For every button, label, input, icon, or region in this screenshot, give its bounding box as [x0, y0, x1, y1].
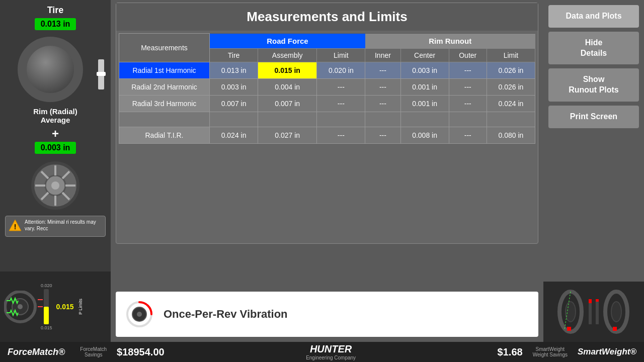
rim-runout-header: Rim Runout [365, 34, 535, 49]
outer-cell: --- [449, 127, 487, 143]
table-row[interactable]: Radial T.I.R.0.024 in0.027 in------0.008… [119, 127, 535, 143]
rim-graphic [30, 160, 80, 211]
rev-icon [126, 301, 153, 328]
inner-cell: --- [365, 62, 400, 78]
inner-col-header: Inner [365, 48, 400, 62]
hunter-brand: HUNTER [306, 343, 356, 355]
measurements-table: Measurements Road Force Rim Runout Tire … [119, 33, 535, 144]
print-screen-button[interactable]: Print Screen [548, 106, 639, 128]
warning-icon: ! [8, 219, 22, 232]
table-row[interactable]: Radial 1st Harmonic0.013 in0.015 in0.020… [119, 62, 535, 78]
tire-cell: 0.007 in [210, 95, 258, 112]
row-label: Radial 1st Harmonic [119, 62, 210, 78]
measurements-col-header: Measurements [119, 34, 210, 62]
svg-point-20 [566, 302, 576, 322]
attention-text: Attention: Minimal ri results may vary. … [25, 219, 103, 232]
hide-details-button[interactable]: HideDetails [548, 32, 639, 65]
p-limits-label: P Limits [78, 299, 83, 315]
center-cell: 0.008 in [400, 127, 449, 143]
tire-value-badge: 0.013 in [35, 18, 76, 30]
center-cell: 0.001 in [400, 95, 449, 112]
limit2-cell: 0.026 in [487, 78, 535, 95]
hunter-logo-section: HUNTER Engineering Company [175, 343, 488, 360]
assembly-cell: 0.007 in [258, 95, 317, 112]
row-label: Radial 2nd Harmonic [119, 78, 210, 95]
forcematch-savings-sublabel: Savings [85, 352, 103, 357]
forcematch-savings-section: ForceMatch Savings [80, 346, 107, 357]
center-col-header: Center [400, 48, 449, 62]
smartweight-brand: SmartWeight® [578, 347, 636, 357]
smartweight-tire-right [603, 289, 630, 334]
forcematch-savings-label: ForceMatch [80, 346, 107, 352]
assembly-cell: 0.015 in [258, 62, 317, 78]
outer-cell: --- [449, 62, 487, 78]
svg-rect-25 [613, 327, 617, 331]
smartweight-savings-sublabel: Weight Savings [533, 352, 568, 357]
smartweight-tires-panel [543, 282, 644, 342]
show-runout-plots-button[interactable]: ShowRunout Plots [548, 68, 639, 102]
svg-point-24 [611, 302, 621, 322]
tire-graphic [18, 37, 83, 102]
limit2-cell: 0.026 in [487, 62, 535, 78]
road-force-header: Road Force [210, 34, 365, 49]
sw-bar-left [589, 299, 592, 324]
limit-cell: --- [317, 127, 365, 143]
smartweight-savings-section: SmartWeight Weight Savings [533, 346, 568, 357]
measurements-panel: Measurements and Limits Measurements Roa… [116, 3, 538, 244]
svg-point-2 [51, 182, 59, 190]
sw-bar-right [596, 299, 599, 324]
gauge-value: 0.015 [56, 303, 74, 311]
slider-indicator[interactable] [98, 59, 104, 89]
tire-col-header: Tire [210, 48, 258, 62]
inner-cell: --- [365, 95, 400, 112]
outer-col-header: Outer [449, 48, 487, 62]
once-per-rev-panel: Once-Per-Rev Vibration [116, 292, 538, 337]
bottom-bar: ForceMatch® ForceMatch Savings $18954.00… [0, 342, 644, 362]
table-row[interactable]: Radial 3rd Harmonic0.007 in0.007 in-----… [119, 95, 535, 112]
smartweight-value: $1.68 [498, 346, 523, 358]
svg-point-18 [18, 304, 23, 309]
assembly-col-header: Assembly [258, 48, 317, 62]
limit2-col-header: Limit [487, 48, 535, 62]
hunter-sub: Engineering Company [306, 355, 356, 360]
rim-value-badge: 0.003 in [35, 142, 76, 154]
center-cell: 0.003 in [400, 62, 449, 78]
limit-cell: --- [317, 78, 365, 95]
outer-cell: --- [449, 78, 487, 95]
limit-col-header: Limit [317, 48, 365, 62]
limit-cell: --- [317, 95, 365, 112]
data-plots-button[interactable]: Data and Plots [548, 5, 639, 28]
table-row [119, 112, 535, 127]
tire-cell: 0.024 in [210, 127, 258, 143]
smartweight-savings-label: SmartWeight [535, 346, 565, 352]
attention-box: ! Attention: Minimal ri results may vary… [5, 216, 106, 237]
tire-label: Tire [47, 5, 64, 16]
svg-text:!: ! [14, 223, 17, 231]
tire-cell: 0.013 in [210, 62, 258, 78]
row-label: Radial 3rd Harmonic [119, 95, 210, 112]
assembly-cell: 0.004 in [258, 78, 317, 95]
plus-icon: + [52, 127, 59, 141]
forcematch-wheel-icon [4, 291, 37, 323]
outer-cell: --- [449, 95, 487, 112]
svg-rect-22 [567, 327, 571, 331]
panel-title: Measurements and Limits [116, 3, 538, 31]
once-per-rev-text: Once-Per-Rev Vibration [164, 308, 288, 321]
center-cell: 0.001 in [400, 78, 449, 95]
limit-cell: 0.020 in [317, 62, 365, 78]
svg-point-15 [137, 312, 142, 317]
limit2-cell: 0.024 in [487, 95, 535, 112]
main-content: Measurements and Limits Measurements Roa… [111, 0, 543, 342]
forcematch-value: $18954.00 [117, 346, 165, 358]
gauge-container: 0.020 0.015 [41, 283, 52, 330]
inner-cell: --- [365, 78, 400, 95]
forcematch-panel: 0.020 0.015 0.015 P Limits [0, 272, 111, 342]
forcematch-brand-label: ForceMatch® [8, 347, 65, 357]
assembly-cell: 0.027 in [258, 127, 317, 143]
tire-cell: 0.003 in [210, 78, 258, 95]
inner-cell: --- [365, 127, 400, 143]
table-row[interactable]: Radial 2nd Harmonic0.003 in0.004 in-----… [119, 78, 535, 95]
smartweight-tire-left [557, 289, 585, 334]
row-label: Radial T.I.R. [119, 127, 210, 143]
rim-label: Rim (Radial)Average [33, 107, 77, 124]
